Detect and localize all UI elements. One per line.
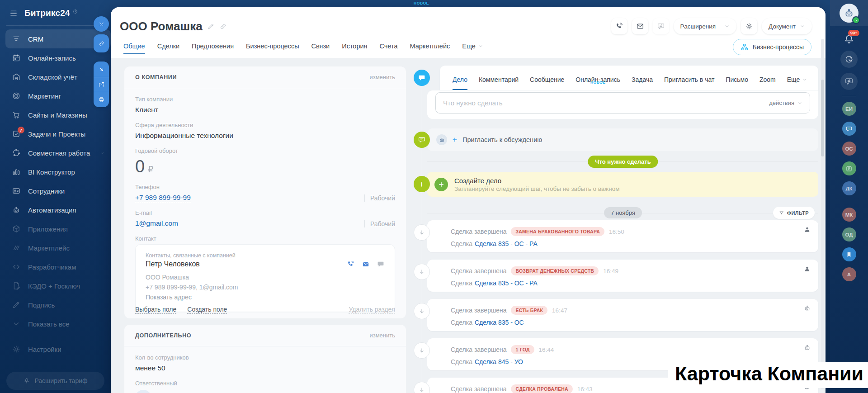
responsible-avatar[interactable] xyxy=(135,390,151,393)
sidebar-item-sign[interactable]: Подпись xyxy=(0,295,111,314)
actions-dropdown[interactable]: действия xyxy=(769,99,802,106)
edit-section-link[interactable]: изменить xyxy=(369,332,395,339)
extensions-dropdown[interactable]: Расширения xyxy=(674,18,737,34)
notifications-button[interactable]: 99+ xyxy=(843,33,855,45)
sidebar-item-sites[interactable]: Сайты и Магазины xyxy=(0,105,111,124)
create-field-link[interactable]: Создать поле xyxy=(187,306,227,314)
avatar-os[interactable]: ОС xyxy=(842,142,856,156)
sidebar-item-employees[interactable]: Сотрудники xyxy=(0,181,111,200)
show-address-link[interactable]: Показать адрес xyxy=(146,294,192,301)
contact-card[interactable]: Контакты, связанные с компанией Петр Чел… xyxy=(135,244,395,312)
tab-связи[interactable]: Связи xyxy=(311,38,330,54)
slider-toolbar xyxy=(94,62,109,107)
edit-section-link[interactable]: изменить xyxy=(369,74,395,80)
tab-маркетплейс[interactable]: Маркетплейс xyxy=(410,38,450,54)
bookmark-avatar[interactable] xyxy=(842,247,856,261)
contact-call-icon[interactable] xyxy=(347,260,355,268)
entry-deal-link[interactable]: Сделка 835 - ОС - РА xyxy=(475,279,538,287)
tab-история[interactable]: История xyxy=(342,38,367,54)
timeline-tab-онлайн-запись[interactable]: НОВОЕОнлайн-запись xyxy=(576,76,620,90)
sidebar-item-bi[interactable]: BI Конструктор xyxy=(0,162,111,181)
timeline-entry[interactable]: Сделка завершенаЕСТЬ БРАК16:47СделкаСдел… xyxy=(427,299,818,331)
timeline-tab-пригласить в чат[interactable]: Пригласить в чат xyxy=(664,76,714,90)
timeline-tab-сообщение[interactable]: Сообщение xyxy=(530,76,564,90)
call-button[interactable] xyxy=(611,18,627,34)
upgrade-tariff-button[interactable]: Расширить тариф xyxy=(6,372,104,390)
timeline-tab-дело[interactable]: Дело xyxy=(453,76,467,90)
field-label: Ответственный xyxy=(135,379,395,387)
tab-бизнес-процессы[interactable]: Бизнес-процессы xyxy=(246,38,299,54)
copy-link-button[interactable] xyxy=(94,34,109,52)
entry-expand-button[interactable] xyxy=(414,224,430,241)
divider xyxy=(720,23,720,30)
todo-pill[interactable]: Что нужно сделать xyxy=(588,156,658,168)
timeline-tab-zoom[interactable]: Zoom xyxy=(760,76,776,90)
timeline-tab-еще[interactable]: Еще xyxy=(787,76,808,90)
avatar-a[interactable]: А xyxy=(842,267,856,281)
add-task-button[interactable] xyxy=(434,178,448,191)
sidebar-item-automation[interactable]: Автоматизация xyxy=(0,200,111,219)
edit-title-icon[interactable] xyxy=(207,23,215,30)
timeline-entry[interactable]: Сделка завершенаЗАМЕНА БРАКОВАННОГО ТОВА… xyxy=(427,220,818,252)
user-avatar[interactable] xyxy=(840,4,859,23)
filter-button[interactable]: ФИЛЬТР xyxy=(773,207,815,219)
menu-icon[interactable] xyxy=(9,9,18,18)
sidebar-item-developers[interactable]: Разработчикам xyxy=(0,257,111,276)
field-link[interactable]: +7 989 899-99-99 xyxy=(135,194,191,202)
timeline-entry[interactable]: Сделка завершенаВОЗВРАТ ДЕНЕЖНЫХ СРЕДСТВ… xyxy=(427,260,818,292)
avatar-od[interactable]: ОД xyxy=(842,227,856,241)
banner-subtitle: Запланируйте следующий шаг, чтобы не заб… xyxy=(454,185,620,192)
chat-transfer-button[interactable] xyxy=(840,73,858,90)
news-avatar[interactable] xyxy=(842,161,856,175)
entry-deal-link[interactable]: Сделка 845 - УО xyxy=(475,358,523,365)
avatar-dk[interactable]: ДК xyxy=(842,181,856,195)
sidebar-item-tasks[interactable]: 7Задачи и Проекты xyxy=(0,124,111,143)
tab-еще[interactable]: Еще xyxy=(462,38,483,54)
business-processes-button[interactable]: Бизнес-процессы xyxy=(733,39,811,55)
copy-title-link-icon[interactable] xyxy=(219,23,227,30)
entry-expand-button[interactable] xyxy=(414,303,430,319)
copilot-button[interactable] xyxy=(840,51,858,68)
sync-button[interactable] xyxy=(653,18,669,34)
phone-icon xyxy=(615,22,623,30)
entry-title: Сделка завершена xyxy=(451,346,506,353)
entry-deal-link[interactable]: Сделка 835 - ОС xyxy=(475,319,524,326)
todo-input[interactable]: Что нужно сделать действия xyxy=(435,92,810,114)
entry-expand-button[interactable] xyxy=(414,264,430,280)
sidebar-item-marketplace[interactable]: Маркетплейс xyxy=(0,238,111,257)
sidebar-item-apps[interactable]: Приложения xyxy=(0,219,111,238)
entry-expand-button[interactable] xyxy=(414,342,430,359)
tab-общие[interactable]: Общие xyxy=(123,38,145,54)
collapse-button[interactable] xyxy=(94,62,109,77)
tab-счета[interactable]: Счета xyxy=(379,38,397,54)
invite-to-discussion-row[interactable]: Пригласить к обсуждению xyxy=(427,128,818,151)
delete-section-link[interactable]: Удалить раздел xyxy=(349,306,395,314)
contact-mail-icon[interactable] xyxy=(362,260,370,268)
tab-предложения[interactable]: Предложения xyxy=(192,38,234,54)
print-button[interactable] xyxy=(94,92,109,107)
scrollbar-thumb[interactable] xyxy=(821,80,824,156)
timeline-tab-письмо[interactable]: Письмо xyxy=(726,76,748,90)
contact-chat-icon[interactable] xyxy=(377,260,385,268)
sidebar-item-kedo[interactable]: КЭДО + Госключ xyxy=(0,276,111,295)
timeline-tab-задача[interactable]: Задача xyxy=(632,76,653,90)
open-new-window-button[interactable] xyxy=(94,77,109,92)
sidebar-item-show-all[interactable]: Показать все xyxy=(0,314,111,333)
close-slider-button[interactable] xyxy=(94,16,109,32)
select-field-link[interactable]: Выбрать поле xyxy=(135,306,176,314)
brand-logo[interactable]: Битрикс24 xyxy=(24,8,70,18)
contact-name[interactable]: Петр Человеков xyxy=(146,260,200,268)
timeline-scrollbar[interactable] xyxy=(821,39,824,389)
chat-avatar[interactable] xyxy=(842,122,856,136)
document-dropdown[interactable]: Документ xyxy=(762,18,812,34)
field-link[interactable]: 1@gmail.com xyxy=(135,219,178,227)
email-button[interactable] xyxy=(632,18,648,34)
sidebar-item-collab[interactable]: Совместная работа xyxy=(0,143,111,162)
avatar-ei[interactable]: ЕИ xyxy=(842,102,856,116)
entry-deal-link[interactable]: Сделка 835 - ОС - РА xyxy=(475,240,538,247)
tab-сделки[interactable]: Сделки xyxy=(157,38,179,54)
settings-button[interactable] xyxy=(741,18,757,34)
sidebar-item-settings[interactable]: Настройки xyxy=(0,340,111,359)
avatar-mk[interactable]: МК xyxy=(842,208,856,222)
timeline-tab-комментарий[interactable]: Комментарий xyxy=(479,76,519,90)
